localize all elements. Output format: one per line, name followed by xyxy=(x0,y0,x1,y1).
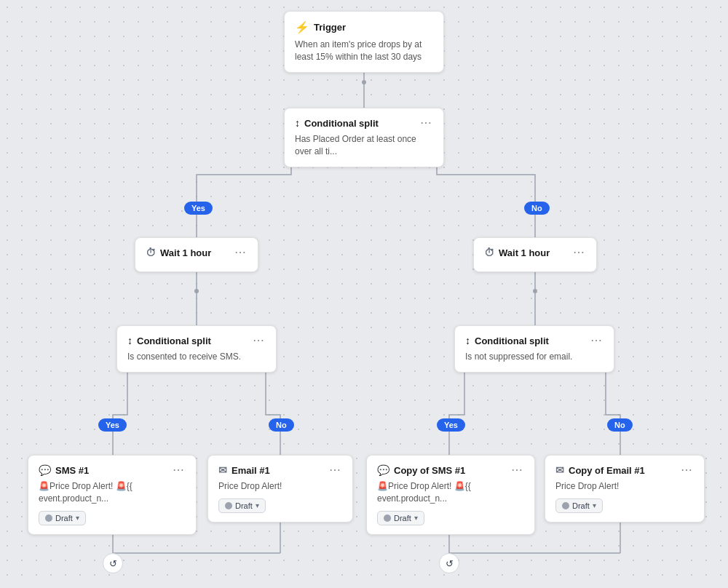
draft-icon2 xyxy=(225,502,232,509)
conditional-split-left-icon: ↕️ xyxy=(127,335,132,346)
wait-left-title: Wait 1 hour xyxy=(160,247,211,258)
email1-title: Email #1 xyxy=(232,465,270,476)
yes-badge-bottom-right: Yes xyxy=(437,418,465,432)
yes-badge-bottom-left: Yes xyxy=(98,418,127,432)
draft-icon3 xyxy=(384,514,391,522)
conditional-split-top-description: Has Placed Order at least once over all … xyxy=(295,133,433,158)
conditional-split-top-icon: ↕️ xyxy=(295,117,300,129)
sms1-description: 🚨Price Drop Alert! 🚨{{ event.product_n..… xyxy=(39,480,186,505)
copy-sms1-title: Copy of SMS #1 xyxy=(394,465,465,476)
copy-email1-chevron: ▾ xyxy=(593,501,596,509)
email1-draft-label: Draft xyxy=(235,501,253,510)
wait-right-card: ⏱ Wait 1 hour ⋯ xyxy=(473,237,597,272)
copy-email1-description: Price Drop Alert! xyxy=(555,480,694,493)
email1-icon: ✉ xyxy=(218,464,227,476)
conditional-split-left-title: Conditional split xyxy=(137,335,211,346)
no-badge-bottom-right: No xyxy=(607,418,633,432)
wait-right-menu[interactable]: ⋯ xyxy=(571,247,586,258)
sms1-draft-label: Draft xyxy=(55,514,73,523)
email1-draft-button[interactable]: Draft ▾ xyxy=(218,498,266,513)
sms1-menu[interactable]: ⋯ xyxy=(171,464,186,476)
conditional-split-left-description: Is consented to receive SMS. xyxy=(127,351,266,363)
wait-left-icon: ⏱ xyxy=(146,247,156,258)
copy-sms1-card: 💬 Copy of SMS #1 ⋯ 🚨Price Drop Alert! 🚨{… xyxy=(366,455,535,535)
copy-email1-card: ✉ Copy of Email #1 ⋯ Price Drop Alert! D… xyxy=(545,455,705,523)
sms1-chevron: ▾ xyxy=(76,514,79,522)
sms1-icon: 💬 xyxy=(39,464,51,476)
copy-sms1-description: 🚨Price Drop Alert! 🚨{{ event.product_n..… xyxy=(377,480,524,505)
copy-sms1-icon: 💬 xyxy=(377,464,389,476)
wait-right-icon: ⏱ xyxy=(484,247,494,258)
copy-sms1-menu[interactable]: ⋯ xyxy=(510,464,524,476)
email1-menu[interactable]: ⋯ xyxy=(328,464,342,476)
copy-sms1-draft-label: Draft xyxy=(394,514,411,523)
sms1-draft-button[interactable]: Draft ▾ xyxy=(39,511,86,525)
email1-description: Price Drop Alert! xyxy=(218,480,342,493)
conditional-split-right-icon: ↕️ xyxy=(465,335,470,346)
email1-chevron: ▾ xyxy=(256,501,259,509)
trigger-icon: ⚡ xyxy=(295,20,309,34)
no-badge-right: No xyxy=(524,202,550,215)
draft-icon4 xyxy=(562,502,569,509)
wait-right-title: Wait 1 hour xyxy=(499,247,550,258)
conditional-split-left-menu[interactable]: ⋯ xyxy=(251,335,266,346)
trigger-description: When an item's price drops by at least 1… xyxy=(295,39,433,63)
copy-email1-draft-label: Draft xyxy=(572,501,590,510)
conditional-split-left-card: ↕️ Conditional split ⋯ Is consented to r… xyxy=(116,325,277,373)
yes-badge-left: Yes xyxy=(184,202,213,215)
copy-email1-icon: ✉ xyxy=(555,464,564,476)
copy-sms1-draft-button[interactable]: Draft ▾ xyxy=(377,511,424,525)
wait-left-card: ⏱ Wait 1 hour ⋯ xyxy=(135,237,258,272)
trigger-title: Trigger xyxy=(314,22,346,33)
copy-email1-draft-button[interactable]: Draft ▾ xyxy=(555,498,603,513)
copy-sms1-chevron: ▾ xyxy=(414,514,418,522)
copy-email1-title: Copy of Email #1 xyxy=(569,465,645,476)
email1-card: ✉ Email #1 ⋯ Price Drop Alert! Draft ▾ xyxy=(207,455,353,523)
wait-left-menu[interactable]: ⋯ xyxy=(233,247,248,258)
loop-icon-right[interactable]: ↺ xyxy=(439,553,459,573)
trigger-card: ⚡ Trigger When an item's price drops by … xyxy=(284,11,444,73)
draft-icon xyxy=(45,514,52,522)
conditional-split-top-title: Conditional split xyxy=(304,118,379,129)
copy-email1-menu[interactable]: ⋯ xyxy=(679,464,694,476)
conditional-split-right-description: Is not suppressed for email. xyxy=(465,351,604,363)
conditional-split-right-menu[interactable]: ⋯ xyxy=(589,335,604,346)
no-badge-bottom-left: No xyxy=(269,418,294,432)
conditional-split-top-card: ↕️ Conditional split ⋯ Has Placed Order … xyxy=(284,108,444,167)
sms1-card: 💬 SMS #1 ⋯ 🚨Price Drop Alert! 🚨{{ event.… xyxy=(28,455,197,535)
loop-icon-left[interactable]: ↺ xyxy=(103,553,123,573)
conditional-split-right-title: Conditional split xyxy=(475,335,549,346)
conditional-split-right-card: ↕️ Conditional split ⋯ Is not suppressed… xyxy=(454,325,614,373)
sms1-title: SMS #1 xyxy=(55,465,89,476)
conditional-split-top-menu[interactable]: ⋯ xyxy=(419,117,433,129)
